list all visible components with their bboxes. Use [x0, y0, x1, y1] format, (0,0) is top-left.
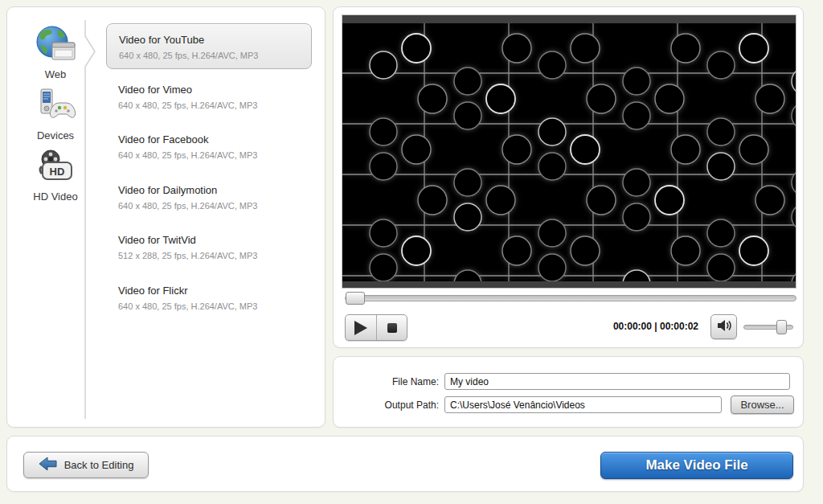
time-display: 00:00:00 | 00:00:02 [613, 314, 698, 339]
preset-video-for-twitvid[interactable]: Video for TwitVid 512 x 288, 25 fps, H.2… [106, 224, 312, 271]
preset-title: Video for Dailymotion [118, 184, 312, 196]
video-letterbox-bottom [342, 281, 796, 288]
preset-video-for-dailymotion[interactable]: Video for Dailymotion 640 x 480, 25 fps,… [106, 174, 312, 221]
preset-specs: 640 x 480, 25 fps, H.264/AVC, MP3 [118, 100, 312, 110]
preset-title: Video for Vimeo [118, 84, 312, 96]
volume-slider[interactable] [743, 325, 793, 330]
video-preview [342, 14, 796, 289]
preview-player-panel: 00:00:00 | 00:00:02 [333, 6, 804, 348]
preset-title: Video for YouTube [119, 34, 311, 46]
hd-video-icon: HD [35, 173, 76, 186]
output-path-input[interactable] [444, 396, 722, 413]
video-frame [342, 23, 796, 281]
transport-controls [345, 314, 407, 341]
preset-title: Video for Facebook [118, 133, 312, 145]
file-name-label: File Name: [342, 373, 439, 391]
export-presets-panel: Web Devices [6, 6, 326, 428]
make-video-file-button[interactable]: Make Video File [600, 452, 793, 479]
volume-slider-handle[interactable] [776, 320, 787, 334]
preset-video-for-facebook[interactable]: Video for Facebook 640 x 480, 25 fps, H.… [106, 124, 312, 170]
back-arrow-icon [39, 457, 57, 473]
speaker-icon [717, 319, 731, 335]
output-path-label: Output Path: [342, 396, 439, 414]
category-web-label: Web [18, 68, 92, 80]
play-icon [354, 321, 367, 335]
back-to-editing-button[interactable]: Back to Editing [23, 452, 149, 478]
seek-slider-handle[interactable] [346, 292, 365, 305]
browse-button[interactable]: Browse... [731, 395, 794, 414]
preset-specs: 512 x 288, 25 fps, H.264/AVC, MP3 [118, 251, 312, 260]
preset-specs: 640 x 480, 25 fps, H.264/AVC, MP3 [118, 201, 312, 211]
category-hd-video[interactable]: HD HD Video [18, 149, 92, 203]
category-devices[interactable]: Devices [18, 88, 92, 141]
stop-button[interactable] [376, 315, 407, 340]
globe-browser-icon [35, 51, 76, 64]
preset-specs: 640 x 480, 25 fps, H.264/AVC, MP3 [118, 150, 312, 160]
svg-text:HD: HD [50, 166, 65, 178]
devices-icon [35, 112, 76, 125]
play-button[interactable] [346, 315, 376, 340]
preset-specs: 640 x 480, 25 fps, H.264/AVC, MP3 [118, 301, 312, 311]
preset-title: Video for Flickr [118, 285, 312, 297]
category-web[interactable]: Web [18, 25, 92, 80]
preset-specs: 640 x 480, 25 fps, H.264/AVC, MP3 [119, 51, 311, 60]
category-devices-label: Devices [18, 129, 92, 141]
video-letterbox-top [342, 15, 796, 23]
video-preview-puzzle [342, 23, 796, 281]
output-settings-panel: File Name: Output Path: Browse... [333, 356, 804, 428]
preset-video-for-vimeo[interactable]: Video for Vimeo 640 x 480, 25 fps, H.264… [106, 74, 312, 121]
preset-video-for-youtube[interactable]: Video for YouTube 640 x 480, 25 fps, H.2… [106, 23, 312, 69]
stop-icon [387, 323, 397, 333]
preset-video-for-flickr[interactable]: Video for Flickr 640 x 480, 25 fps, H.26… [106, 275, 312, 322]
mute-button[interactable] [710, 314, 737, 339]
back-to-editing-label: Back to Editing [64, 459, 134, 471]
category-hd-video-label: HD Video [18, 191, 92, 203]
file-name-input[interactable] [444, 373, 790, 390]
seek-slider[interactable] [345, 295, 796, 301]
footer-bar: Back to Editing Make Video File [6, 436, 804, 492]
preset-title: Video for TwitVid [118, 234, 312, 246]
